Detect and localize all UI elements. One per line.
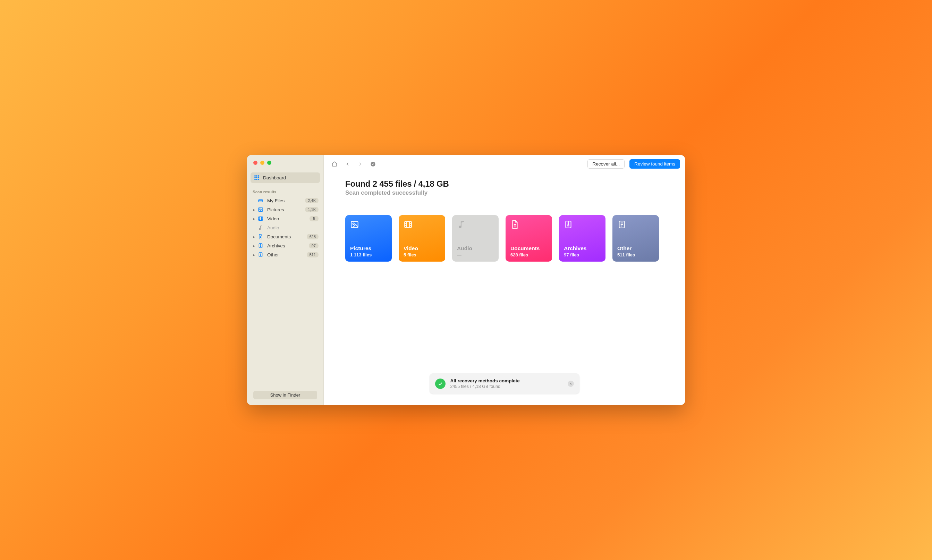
sidebar-item-archives[interactable]: ▸Archives97: [251, 241, 320, 250]
svg-rect-12: [258, 217, 263, 221]
recover-all-button[interactable]: Recover all...: [587, 159, 624, 169]
toast-message: All recovery methods complete 2455 files…: [451, 378, 563, 389]
sidebar-item-label: Documents: [267, 234, 305, 239]
music-icon: [457, 220, 494, 231]
nav-forward-icon: [358, 162, 363, 166]
document-icon: [257, 234, 264, 239]
svg-rect-4: [256, 177, 257, 178]
count-badge: 5: [309, 216, 318, 222]
svg-rect-3: [254, 177, 255, 178]
chevron-right-icon[interactable]: ▸: [252, 244, 256, 248]
svg-rect-5: [258, 177, 259, 178]
check-icon: [435, 378, 446, 389]
checkmark-badge-icon[interactable]: [370, 162, 376, 167]
sidebar-item-label: Pictures: [267, 207, 304, 212]
other-icon: [617, 220, 654, 231]
sidebar-item-label: Other: [267, 252, 305, 257]
card-subtitle: 5 files: [403, 252, 440, 257]
toast-close-button[interactable]: [568, 381, 574, 387]
sidebar-item-label: Video: [267, 216, 308, 222]
category-cards: Pictures1 113 filesVideo5 filesAudio—Doc…: [345, 215, 663, 262]
count-badge: 97: [309, 243, 318, 248]
image-icon: [350, 220, 387, 231]
toast-subtitle: 2455 files / 4,18 GB found: [451, 384, 563, 389]
film-icon: [257, 216, 264, 222]
sidebar-item-my-files[interactable]: ▸My Files2,4K: [251, 196, 320, 205]
svg-point-16: [371, 162, 375, 166]
category-card-archives[interactable]: Archives97 files: [559, 215, 606, 262]
card-subtitle: 97 files: [564, 252, 601, 257]
category-card-documents[interactable]: Documents628 files: [506, 215, 552, 262]
svg-rect-7: [256, 179, 257, 180]
count-badge: 2,4K: [305, 198, 318, 203]
toolbar-left: [331, 161, 376, 167]
summary-headline: Found 2 455 files / 4,18 GB: [345, 179, 663, 189]
toolbar: Recover all... Review found items: [324, 155, 685, 171]
sidebar-section-header: Scan results: [251, 188, 320, 196]
svg-point-18: [353, 223, 354, 225]
card-title: Documents: [511, 245, 547, 252]
svg-rect-14: [260, 246, 261, 247]
sidebar-item-label: My Files: [267, 198, 304, 203]
window-controls: [247, 155, 323, 170]
svg-rect-2: [258, 175, 259, 176]
chevron-right-icon[interactable]: ▸: [252, 208, 256, 212]
count-badge: 511: [307, 252, 318, 257]
svg-rect-19: [404, 222, 412, 227]
sidebar-item-label: Audio: [267, 225, 318, 231]
svg-point-11: [260, 209, 261, 209]
drive-icon: [257, 198, 264, 203]
film-icon: [403, 220, 440, 231]
sidebar-item-documents[interactable]: ▸Documents628: [251, 232, 320, 241]
chevron-right-icon[interactable]: ▸: [252, 217, 256, 221]
card-title: Audio: [457, 245, 494, 252]
svg-rect-0: [254, 175, 255, 176]
sidebar-tree: ▸My Files2,4K▸Pictures1,1K▸Video5▸Audio▸…: [251, 196, 320, 259]
sidebar-footer: Show in Finder: [247, 387, 323, 405]
content: Found 2 455 files / 4,18 GB Scan complet…: [324, 171, 685, 405]
chevron-right-icon[interactable]: ▸: [252, 235, 256, 239]
sidebar-item-pictures[interactable]: ▸Pictures1,1K: [251, 205, 320, 214]
card-title: Archives: [564, 245, 601, 252]
svg-rect-21: [568, 225, 569, 226]
category-card-video[interactable]: Video5 files: [399, 215, 445, 262]
sidebar-item-dashboard[interactable]: Dashboard: [251, 172, 320, 183]
count-badge: 1,1K: [305, 207, 318, 212]
summary-subhead: Scan completed successfully: [345, 189, 663, 196]
show-in-finder-button[interactable]: Show in Finder: [253, 391, 317, 399]
image-icon: [257, 207, 264, 212]
review-found-items-button[interactable]: Review found items: [629, 159, 680, 169]
card-subtitle: 628 files: [511, 252, 547, 257]
card-title: Video: [403, 245, 440, 252]
chevron-right-icon[interactable]: ▸: [252, 253, 256, 257]
sidebar-item-audio[interactable]: ▸Audio: [251, 223, 320, 232]
card-subtitle: 1 113 files: [350, 252, 387, 257]
minimize-window-button[interactable]: [260, 161, 265, 165]
close-window-button[interactable]: [253, 161, 257, 165]
sidebar-item-label: Dashboard: [263, 175, 286, 180]
other-icon: [257, 252, 264, 257]
card-subtitle: 511 files: [617, 252, 654, 257]
grid-icon: [254, 175, 260, 180]
nav-back-icon[interactable]: [345, 162, 350, 166]
sidebar: Dashboard Scan results ▸My Files2,4K▸Pic…: [247, 155, 324, 405]
home-icon[interactable]: [331, 161, 338, 167]
document-icon: [511, 220, 547, 231]
category-card-audio: Audio—: [452, 215, 498, 262]
svg-rect-1: [256, 175, 257, 176]
app-window: Dashboard Scan results ▸My Files2,4K▸Pic…: [247, 155, 685, 405]
category-card-pictures[interactable]: Pictures1 113 files: [345, 215, 392, 262]
sidebar-body: Dashboard Scan results ▸My Files2,4K▸Pic…: [247, 170, 323, 387]
sidebar-item-video[interactable]: ▸Video5: [251, 214, 320, 223]
archive-icon: [564, 220, 601, 231]
count-badge: 628: [307, 234, 318, 239]
main: Recover all... Review found items Found …: [324, 155, 685, 405]
archive-icon: [257, 243, 264, 248]
music-icon: [257, 225, 264, 231]
sidebar-item-other[interactable]: ▸Other511: [251, 250, 320, 259]
zoom-window-button[interactable]: [267, 161, 271, 165]
category-card-other[interactable]: Other511 files: [612, 215, 659, 262]
card-title: Pictures: [350, 245, 387, 252]
sidebar-item-label: Archives: [267, 243, 308, 248]
svg-rect-6: [254, 179, 255, 180]
